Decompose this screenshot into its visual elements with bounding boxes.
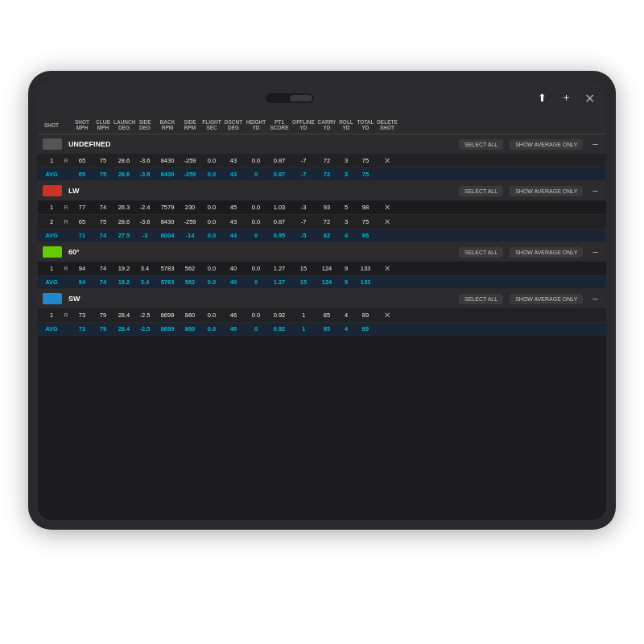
cell-shot: 1 [43,204,60,211]
new-session-button[interactable]: ＋ [556,89,576,108]
cell-dscnt: 40 [223,265,244,272]
club-name-2: 60° [68,248,452,256]
cell-clubmph: 79 [93,312,114,319]
cell-avg-height: 0 [244,325,268,332]
cell-side: R [60,204,72,210]
cell-avg-roll: 4 [337,232,355,239]
cell-height: 0.0 [244,204,268,211]
table-row: 2 R 65 75 28.6 -3.6 8430 -259 0.0 43 0.0… [38,215,606,229]
club-collapse-0[interactable]: – [589,138,601,150]
cell-avg-dscnt: 46 [223,325,244,332]
cell-clubmph: 74 [93,204,114,211]
cell-sdeg: -2.5 [134,312,155,319]
col-launch: LAUNCHDEG [114,119,134,130]
col-back: BACKRPM [155,119,180,130]
select-all-3[interactable]: SELECT ALL [459,294,503,304]
select-all-0[interactable]: SELECT ALL [459,139,503,150]
show-avg-3[interactable]: SHOW AVERAGE ONLY [510,294,583,304]
close-button[interactable]: ✕ [581,89,598,108]
cell-avg-height: 0 [244,232,268,239]
delete-shot-btn[interactable]: ✕ [376,217,398,226]
column-headers: SHOT SHOTMPH CLUBMPH LAUNCHDEG SIDEDEG B… [38,116,606,134]
col-srpm: SIDERPM [180,119,200,130]
select-all-2[interactable]: SELECT ALL [459,247,503,258]
cell-offline: 15 [291,265,316,272]
cell-pt1: 1.03 [268,204,291,211]
show-avg-2[interactable]: SHOW AVERAGE ONLY [510,247,583,258]
cell-carry: 72 [316,218,337,225]
cell-avg-launch: 28.4 [114,325,134,332]
cell-launch: 28.4 [114,312,134,319]
cell-avg-back: 8699 [155,325,180,332]
club-collapse-1[interactable]: – [589,185,601,196]
club-collapse-2[interactable]: – [589,246,601,258]
delete-shot-btn[interactable]: ✕ [376,203,398,212]
cell-flight: 0.0 [200,265,223,272]
col-roll: ROLLYD [337,119,355,130]
cell-avg-pt1: 0.92 [268,325,291,332]
cell-avg-dscnt: 43 [223,171,244,178]
table-row: 1 R 73 79 28.4 -2.5 8699 860 0.0 46 0.0 … [38,308,606,323]
cell-avg-roll: 9 [337,279,355,286]
cell-avg-launch: 19.2 [114,279,134,286]
cell-avg-roll: 3 [337,171,355,178]
cell-shot: 1 [43,157,60,164]
cell-avg-flight: 0.0 [200,171,223,178]
show-avg-1[interactable]: SHOW AVERAGE ONLY [510,186,583,196]
cell-height: 0.0 [244,265,268,272]
cell-avg-clubmph: 75 [93,171,114,178]
cell-avg-carry: 82 [316,232,337,239]
cell-pt1: 0.87 [268,218,291,225]
cell-avg-total: 89 [355,325,376,332]
cell-carry: 93 [316,204,337,211]
cell-shot: 1 [43,312,60,319]
club-header-3: SWSELECT ALLSHOW AVERAGE ONLY– [38,289,606,308]
cell-shot: 1 [43,265,60,272]
cell-avg-sdeg: -3 [134,232,155,239]
cell-back: 8430 [155,218,180,225]
club-header-1: LWSELECT ALLSHOW AVERAGE ONLY– [38,181,606,200]
cell-carry: 85 [316,312,337,319]
club-collapse-3[interactable]: – [589,293,601,304]
delete-shot-btn[interactable]: ✕ [376,264,398,273]
cell-flight: 0.0 [200,157,223,164]
cell-launch: 28.6 [114,218,134,225]
show-avg-0[interactable]: SHOW AVERAGE ONLY [510,139,583,150]
tab-shot-plotting[interactable] [290,95,312,101]
cell-offline: -7 [291,218,316,225]
cell-avg-total: 86 [355,232,376,239]
tab-shot-history[interactable] [267,95,290,101]
export-button[interactable]: ⬆ [533,90,551,107]
cell-avg-label: AVG [43,232,60,239]
club-name-3: SW [68,295,452,303]
avg-row: AVG 65 75 28.6 -3.6 8430 -259 0.0 43 0 0… [38,168,606,181]
cell-avg-height: 0 [244,279,268,286]
cell-avg-srpm: -14 [180,232,200,239]
col-offline: OFFLINEYD [291,119,316,130]
cell-dscnt: 46 [223,312,244,319]
cell-total: 98 [355,204,376,211]
cell-avg-back: 5783 [155,279,180,286]
cell-total: 75 [355,157,376,164]
cell-side: R [60,312,72,318]
col-dscnt: DSCNTDEG [223,119,244,130]
cell-height: 0.0 [244,218,268,225]
cell-launch: 28.6 [114,157,134,164]
cell-roll: 9 [337,265,355,272]
club-header-0: UNDEFINEDSELECT ALLSHOW AVERAGE ONLY– [38,134,606,154]
cell-avg-carry: 124 [316,279,337,286]
cell-shot: 2 [43,218,60,225]
header-bar: ⬆ ＋ ✕ [38,80,606,116]
cell-avg-back: 8430 [155,171,180,178]
delete-shot-btn[interactable]: ✕ [376,156,398,165]
cell-avg-carry: 72 [316,171,337,178]
delete-shot-btn[interactable]: ✕ [376,311,398,320]
table-row: 1 R 94 74 19.2 3.4 5783 562 0.0 40 0.0 1… [38,262,606,276]
cell-avg-dscnt: 44 [223,232,244,239]
cell-avg-carry: 85 [316,325,337,332]
cell-sdeg: -3.6 [134,157,155,164]
select-all-1[interactable]: SELECT ALL [459,186,503,196]
cell-avg-flight: 0.0 [200,325,223,332]
avg-row: AVG 71 74 27.5 -3 8004 -14 0.0 44 0 0.95… [38,229,606,242]
col-shot: SHOT [43,122,60,128]
